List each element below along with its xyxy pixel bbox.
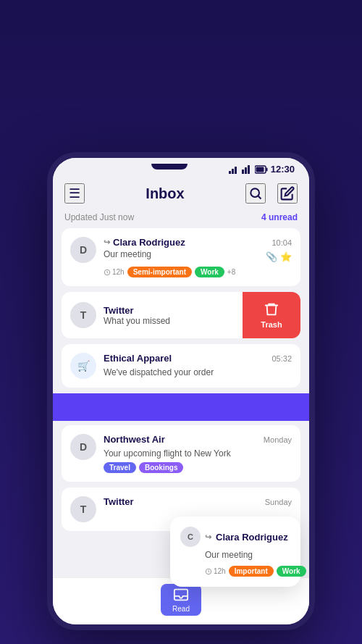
svg-rect-8 <box>256 167 264 172</box>
bottom-item-read[interactable]: Read <box>161 584 201 616</box>
svg-point-9 <box>251 188 259 197</box>
inbox-icon <box>173 587 189 603</box>
svg-rect-3 <box>242 170 244 174</box>
star-icon: ⭐ <box>280 251 292 262</box>
email-subject-twitter: What you missed <box>104 316 170 326</box>
email-subject-clara: Our meeting <box>104 249 151 259</box>
email-content-twitter-2: Twitter Sunday <box>104 496 292 509</box>
email-content-clara: ↪ Clara Rodriguez 10:04 Our meeting 📎 ⭐ <box>104 237 292 277</box>
avatar-twitter: T <box>70 302 96 328</box>
email-swipe-twitter[interactable]: T Twitter What you missed Trash <box>53 292 309 338</box>
svg-rect-5 <box>248 165 250 174</box>
app-bar-actions <box>245 183 298 204</box>
compose-icon <box>280 186 295 201</box>
unread-count: 4 unread <box>261 212 298 222</box>
email-time-twitter-2: Sunday <box>265 498 292 506</box>
email-time-ethical: 05:32 <box>272 354 292 363</box>
svg-rect-1 <box>232 169 234 174</box>
popup-avatar: C <box>180 527 201 547</box>
email-sender-ethical: Ethical Apparel <box>104 353 172 364</box>
timer-icon <box>104 269 111 276</box>
status-icons: 12:30 <box>229 164 295 175</box>
popup-forward-icon: ↪ <box>205 532 211 542</box>
bottom-read-label: Read <box>172 605 190 613</box>
tag-travel: Travel <box>104 462 136 473</box>
email-tags-northwest: Travel Bookings <box>104 462 292 473</box>
popup-timer-icon <box>205 568 212 575</box>
forward-icon: ↪ <box>104 238 110 247</box>
paperclip-icon: 📎 <box>266 251 277 262</box>
popup-tags: 12h Important Work +8 <box>205 566 290 577</box>
popup-card: C ↪ Clara Rodriguez Our meeting 12h Impo… <box>170 517 300 587</box>
email-item-northwest[interactable]: D Northwest Air Monday Your upcoming fli… <box>62 425 300 482</box>
email-sender-twitter-2: Twitter <box>104 496 134 507</box>
battery-icon <box>255 165 268 174</box>
email-content-twitter: Twitter What you missed <box>104 305 170 326</box>
popup-sender: C ↪ Clara Rodriguez <box>180 527 290 547</box>
avatar-clara: D <box>70 237 96 263</box>
app-title: Inbox <box>146 185 184 202</box>
tag-work: Work <box>195 267 224 277</box>
svg-rect-4 <box>245 167 247 174</box>
email-time-clara: 10:04 <box>272 238 292 247</box>
tag-semi-important: Semi-important <box>127 267 192 277</box>
compose-button[interactable] <box>277 183 298 204</box>
svg-rect-7 <box>266 167 267 171</box>
timer-tag: 12h <box>104 268 125 276</box>
email-subject-ethical: We've dispatched your order <box>104 367 214 377</box>
email-item-clara[interactable]: D ↪ Clara Rodriguez 10:04 Our meeting 📎 … <box>62 228 300 286</box>
wifi-icon <box>242 165 252 174</box>
popup-timer: 12h <box>205 567 226 575</box>
email-sender-northwest: Northwest Air <box>104 434 165 445</box>
avatar-ethical: 🛒 <box>70 353 96 379</box>
email-sender-twitter: Twitter <box>104 305 170 316</box>
tag-more: +8 <box>227 268 235 276</box>
email-content-ethical: Ethical Apparel 05:32 We've dispatched y… <box>104 353 292 378</box>
status-time: 12:30 <box>271 164 295 175</box>
search-icon <box>248 186 263 201</box>
svg-line-10 <box>258 196 261 199</box>
status-notch <box>151 164 188 170</box>
signal-icon <box>229 165 239 174</box>
email-item-ethical[interactable]: 🛒 Ethical Apparel 05:32 We've dispatched… <box>62 344 300 388</box>
popup-tag-more: +8 <box>309 567 315 575</box>
menu-icon: ☰ <box>69 185 80 201</box>
trash-action[interactable]: Trash <box>243 292 300 338</box>
email-subject-northwest: Your upcoming flight to New York <box>104 448 231 459</box>
popup-subject: Our meeting <box>205 550 290 560</box>
email-item-twitter[interactable]: T Twitter What you missed <box>62 292 243 338</box>
trash-icon <box>264 301 279 317</box>
tag-bookings: Bookings <box>139 462 184 473</box>
search-button[interactable] <box>245 183 266 204</box>
email-meta-icons: 📎 ⭐ <box>266 251 292 262</box>
menu-button[interactable]: ☰ <box>64 183 85 204</box>
update-text: Updated Just now <box>64 212 134 222</box>
avatar-twitter-2: T <box>70 496 96 522</box>
popup-tag-important: Important <box>229 566 274 577</box>
email-time-northwest: Monday <box>264 435 292 444</box>
avatar-northwest: D <box>70 434 96 460</box>
popup-tag-work: Work <box>277 566 306 577</box>
svg-rect-0 <box>229 171 231 174</box>
status-bar: 12:30 <box>53 158 309 177</box>
trash-label: Trash <box>261 320 282 329</box>
purple-strip <box>53 393 309 421</box>
svg-rect-2 <box>235 167 237 174</box>
email-tags-clara: 12h Semi-important Work +8 <box>104 267 292 277</box>
app-bar: ☰ Inbox <box>53 177 309 209</box>
email-sender-clara: ↪ Clara Rodriguez <box>104 237 185 248</box>
phone-mockup: 12:30 ☰ Inbox Updated Just now <box>47 152 315 630</box>
email-content-northwest: Northwest Air Monday Your upcoming fligh… <box>104 434 292 473</box>
update-bar: Updated Just now 4 unread <box>53 209 309 228</box>
